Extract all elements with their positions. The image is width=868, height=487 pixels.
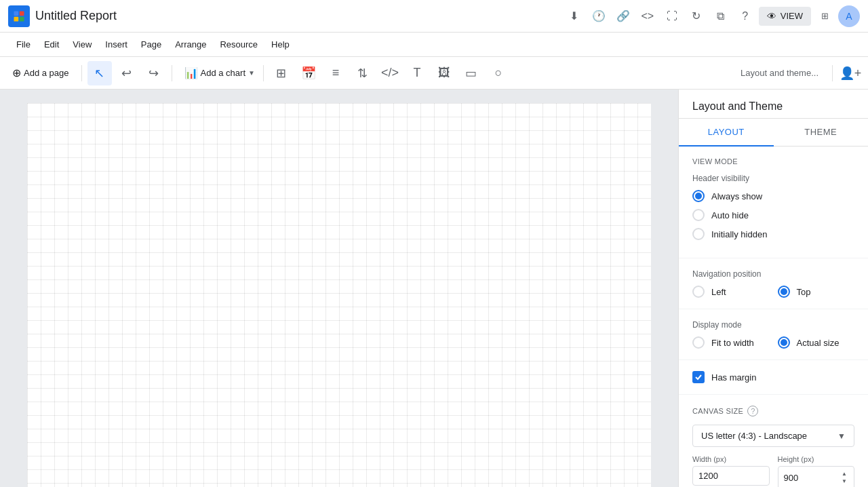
canvas-size-dropdown[interactable]: US letter (4:3) - Landscape ▼ xyxy=(692,425,854,447)
radio-fit-label: Fit to width xyxy=(711,338,754,348)
image-button[interactable]: 🖼 xyxy=(432,61,456,85)
radio-nav-left-label: Left xyxy=(711,287,726,297)
user-avatar[interactable]: A xyxy=(838,5,860,27)
report-canvas[interactable] xyxy=(27,103,651,487)
menu-view[interactable]: View xyxy=(67,37,97,52)
add-page-icon: ⊕ xyxy=(12,66,21,79)
view-mode-section: View Mode Header visibility Always show … xyxy=(679,147,868,258)
menu-edit[interactable]: Edit xyxy=(39,37,64,52)
navigation-position-section: Navigation position Left Top xyxy=(679,258,868,309)
display-mode-label: Display mode xyxy=(692,320,854,330)
svg-rect-0 xyxy=(14,11,19,16)
canvas-area xyxy=(0,90,678,487)
rectangle-button[interactable]: ▭ xyxy=(459,61,484,85)
toolbar-separator-4 xyxy=(832,65,833,81)
toolbar-separator-3 xyxy=(263,65,264,81)
checkbox-box xyxy=(692,371,705,383)
refresh-icon[interactable]: ↻ xyxy=(686,5,707,27)
has-margin-checkbox[interactable]: Has margin xyxy=(692,371,854,383)
redo-button[interactable]: ↪ xyxy=(142,61,166,85)
svg-rect-3 xyxy=(20,16,24,21)
canvas-size-label: Canvas Size xyxy=(692,407,743,415)
width-input[interactable]: 1200 xyxy=(692,466,770,486)
right-panel: Layout and Theme LAYOUT THEME View Mode … xyxy=(678,90,868,487)
radio-actual-size[interactable]: Actual size xyxy=(778,336,855,349)
height-label: Height (px) xyxy=(778,455,855,463)
help-icon[interactable]: ? xyxy=(734,5,756,27)
embed-button[interactable]: </> xyxy=(378,61,402,85)
radio-auto-hide-label: Auto hide xyxy=(711,210,749,220)
canvas-size-help-icon[interactable]: ? xyxy=(747,406,758,416)
canvas-size-header: Canvas Size ? xyxy=(692,406,854,416)
chart-icon: 📊 xyxy=(184,66,198,79)
copy-icon[interactable]: ⧉ xyxy=(710,5,732,27)
add-chart-button[interactable]: 📊 Add a chart ▼ xyxy=(178,62,258,83)
radio-initially-hidden[interactable]: Initially hidden xyxy=(692,228,854,240)
titlebar: Untitled Report ⬇ 🕐 🔗 <> ⛶ ↻ ⧉ ? 👁 VIEW … xyxy=(0,0,868,33)
code-icon[interactable]: <> xyxy=(637,5,658,27)
radio-actual-circle xyxy=(778,336,790,349)
spin-up-button[interactable]: ▲ xyxy=(840,471,848,478)
menu-page[interactable]: Page xyxy=(136,37,167,52)
add-page-button[interactable]: ⊕ Add a page xyxy=(5,62,76,83)
data-control-button[interactable]: ⇅ xyxy=(351,61,375,85)
has-margin-section: Has margin xyxy=(679,360,868,395)
download-icon[interactable]: ⬇ xyxy=(564,5,585,27)
radio-fit-circle xyxy=(692,336,705,349)
undo-button[interactable]: ↩ xyxy=(115,61,139,85)
dropdown-chevron-icon: ▼ xyxy=(837,431,846,441)
menu-arrange[interactable]: Arrange xyxy=(170,37,212,52)
panel-tabs: LAYOUT THEME xyxy=(679,119,868,147)
menu-resource[interactable]: Resource xyxy=(214,37,263,52)
circle-button[interactable]: ○ xyxy=(486,61,511,85)
radio-nav-left-circle xyxy=(692,286,705,298)
spin-down-button[interactable]: ▼ xyxy=(840,478,848,485)
textbox-button[interactable]: T xyxy=(405,61,429,85)
radio-always-show-circle xyxy=(692,190,705,202)
main-area: Layout and Theme LAYOUT THEME View Mode … xyxy=(0,90,868,487)
view-mode-label: View Mode xyxy=(692,157,854,165)
radio-nav-top[interactable]: Top xyxy=(778,286,855,298)
titlebar-icons: ⬇ 🕐 🔗 <> ⛶ ↻ ⧉ ? 👁 VIEW ⊞ A xyxy=(564,5,860,27)
radio-always-show[interactable]: Always show xyxy=(692,190,854,202)
date-range-button[interactable]: 📅 xyxy=(296,61,321,85)
width-label: Width (px) xyxy=(692,455,770,463)
radio-initially-hidden-circle xyxy=(692,228,705,240)
layout-theme-button[interactable]: Layout and theme... xyxy=(732,64,827,82)
menubar: File Edit View Insert Page Arrange Resou… xyxy=(0,33,868,57)
tab-layout[interactable]: LAYOUT xyxy=(679,119,774,147)
document-title[interactable]: Untitled Report xyxy=(35,9,117,23)
header-visibility-label: Header visibility xyxy=(692,174,854,183)
app-logo xyxy=(8,5,30,27)
height-value: 900 xyxy=(784,473,799,483)
nav-position-label: Navigation position xyxy=(692,269,854,279)
select-tool-button[interactable]: ↖ xyxy=(87,61,112,85)
view-button[interactable]: 👁 VIEW xyxy=(759,7,811,26)
filter-button[interactable]: ≡ xyxy=(323,61,348,85)
panel-title: Layout and Theme xyxy=(679,90,868,119)
link-icon[interactable]: 🔗 xyxy=(612,5,634,27)
svg-rect-2 xyxy=(14,16,19,21)
display-mode-options: Fit to width Actual size xyxy=(692,336,854,349)
menu-file[interactable]: File xyxy=(11,37,36,52)
radio-fit-to-width[interactable]: Fit to width xyxy=(692,336,770,349)
add-collaborator-button[interactable]: 👤+ xyxy=(838,61,863,85)
radio-auto-hide[interactable]: Auto hide xyxy=(692,209,854,221)
expand-icon[interactable]: ⛶ xyxy=(661,5,683,27)
radio-auto-hide-circle xyxy=(692,209,705,221)
radio-nav-top-circle xyxy=(778,286,790,298)
scorecard-button[interactable]: ⊞ xyxy=(269,61,294,85)
height-field: Height (px) 900 ▲ ▼ xyxy=(778,455,855,487)
menu-insert[interactable]: Insert xyxy=(100,37,133,52)
width-value: 1200 xyxy=(698,471,718,481)
canvas-size-section: Canvas Size ? US letter (4:3) - Landscap… xyxy=(679,395,868,487)
height-spinner[interactable]: ▲ ▼ xyxy=(840,471,848,485)
tab-theme[interactable]: THEME xyxy=(774,119,869,146)
radio-nav-left[interactable]: Left xyxy=(692,286,770,298)
history-icon[interactable]: 🕐 xyxy=(588,5,610,27)
radio-always-show-label: Always show xyxy=(711,191,762,201)
radio-initially-hidden-label: Initially hidden xyxy=(711,229,767,239)
menu-help[interactable]: Help xyxy=(266,37,295,52)
height-input[interactable]: 900 ▲ ▼ xyxy=(778,466,855,487)
apps-icon[interactable]: ⊞ xyxy=(814,5,835,27)
